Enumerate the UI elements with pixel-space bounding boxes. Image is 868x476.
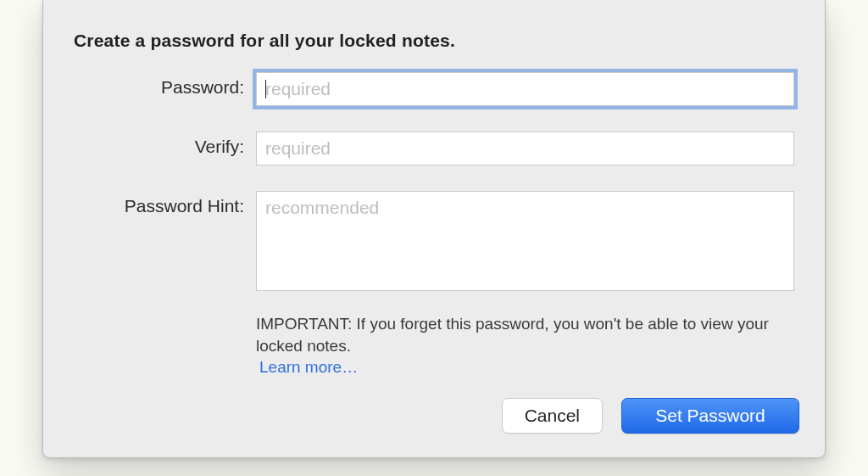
hint-input[interactable] bbox=[256, 191, 794, 291]
verify-row: Verify: bbox=[74, 132, 794, 165]
password-label: Password: bbox=[74, 72, 256, 98]
important-note: IMPORTANT: If you forget this password, … bbox=[256, 313, 794, 378]
verify-input[interactable] bbox=[256, 132, 794, 165]
hint-row: Password Hint: bbox=[74, 191, 794, 294]
password-input[interactable] bbox=[256, 72, 794, 106]
button-bar: Cancel Set Password bbox=[502, 398, 799, 434]
page-title: Create a password for all your locked no… bbox=[74, 31, 455, 51]
set-password-button[interactable]: Set Password bbox=[621, 398, 799, 434]
learn-more-link[interactable]: Learn more… bbox=[259, 356, 358, 378]
create-password-form: Password: Verify: Password Hint: IMPORTA… bbox=[74, 72, 794, 378]
text-cursor bbox=[265, 80, 266, 98]
password-sheet: Create a password for all your locked no… bbox=[42, 0, 826, 458]
verify-label: Verify: bbox=[74, 132, 256, 157]
important-text: IMPORTANT: If you forget this password, … bbox=[256, 313, 794, 356]
password-row: Password: bbox=[74, 72, 794, 106]
cancel-button[interactable]: Cancel bbox=[502, 398, 603, 434]
hint-label: Password Hint: bbox=[74, 191, 256, 216]
